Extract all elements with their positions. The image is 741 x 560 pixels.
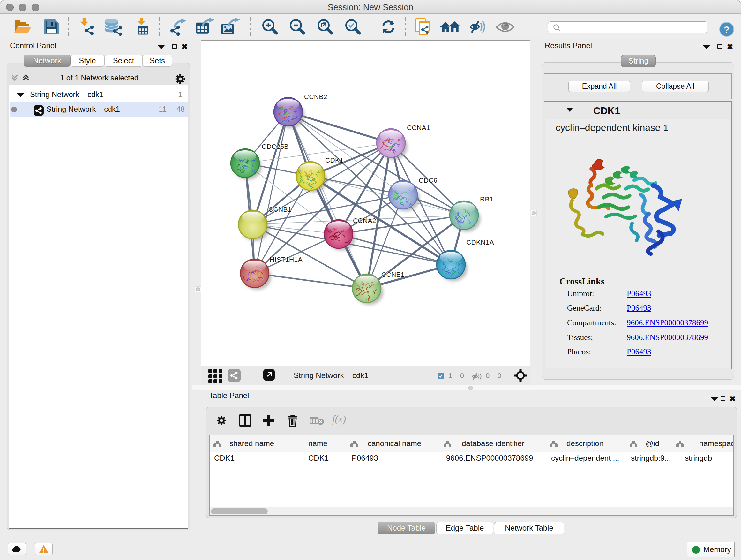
svg-text:CCNA1: CCNA1: [407, 124, 430, 131]
svg-text:CDC25B: CDC25B: [262, 143, 289, 150]
svg-text:CCNE1: CCNE1: [381, 271, 405, 278]
svg-text:CCNA2: CCNA2: [353, 217, 376, 224]
svg-text:CDKN1A: CDKN1A: [466, 239, 494, 246]
svg-text:HIST1H1A: HIST1H1A: [270, 256, 302, 263]
svg-text:CCNB1: CCNB1: [268, 206, 292, 213]
svg-text:CDK1: CDK1: [325, 157, 343, 164]
svg-text:RB1: RB1: [480, 195, 493, 203]
svg-text:CDC6: CDC6: [419, 177, 437, 184]
svg-text:CCNB2: CCNB2: [304, 93, 327, 100]
